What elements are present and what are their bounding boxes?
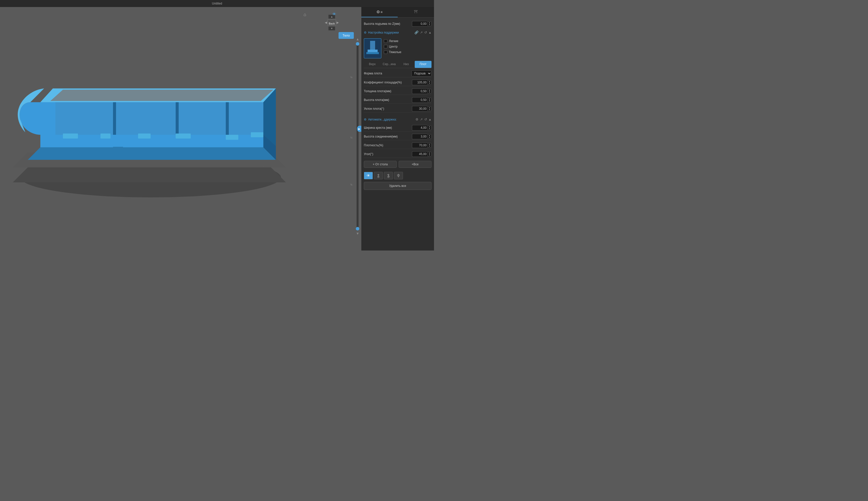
input-raft-slope[interactable] <box>412 106 427 111</box>
add-all-button[interactable]: +Все <box>399 161 432 168</box>
input-cross-width[interactable] <box>412 125 427 130</box>
auto-support-collapse-icon[interactable]: ▲ <box>428 118 432 121</box>
svg-rect-17 <box>176 134 191 139</box>
support-section-header[interactable]: ⚙ Настройка поддержки 🔗 ↗ ↺ ▲ <box>364 29 432 36</box>
prop-row-raft-slope: Уклон плота(°) ▲ ▼ <box>364 105 432 113</box>
svg-rect-11 <box>113 102 116 135</box>
support-link-icon[interactable]: 🔗 <box>414 31 419 34</box>
home-icon[interactable]: ⌂ <box>304 12 306 17</box>
nav-cube-left-arrow[interactable]: ◀ <box>325 21 327 24</box>
raft-slope-down[interactable]: ▼ <box>428 109 431 111</box>
z-height-row: Высота подъема по Z(мм) ▲ ▼ <box>364 20 432 28</box>
prop-input-area-coeff: ▲ ▼ <box>412 80 432 85</box>
checkbox-center-box[interactable] <box>384 45 388 49</box>
svg-rect-12 <box>176 102 179 135</box>
support-icon: ⚙ <box>364 31 367 34</box>
prop-select-raft-form[interactable]: Подошва <box>411 71 432 76</box>
icon-action-pin1[interactable] <box>374 172 383 179</box>
auto-support-label: Автомати...ддержка: <box>368 118 397 121</box>
svg-marker-7 <box>40 102 263 135</box>
density-down[interactable]: ▼ <box>428 145 431 147</box>
nav-cube-right-arrow[interactable]: ▶ <box>337 21 339 24</box>
input-raft-height[interactable] <box>412 97 427 103</box>
input-join-height[interactable] <box>412 134 427 139</box>
slider-label-half: ½ <box>350 136 352 139</box>
eye-icon[interactable]: 👁 <box>332 12 336 17</box>
slider-thumb-bottom[interactable] <box>356 227 359 231</box>
join-height-down[interactable]: ▼ <box>428 137 431 139</box>
window-title: Untitled <box>212 2 222 5</box>
auto-support-settings-icon[interactable]: ⚙ <box>415 117 419 121</box>
input-area-coeff[interactable] <box>412 80 427 85</box>
svg-rect-24 <box>366 52 379 54</box>
slider-thumb-top[interactable] <box>356 42 359 45</box>
prop-row-area-coeff: Коэффициент площади(%) ▲ ▼ <box>364 79 432 86</box>
input-angle[interactable] <box>412 151 427 157</box>
area-coeff-down[interactable]: ▼ <box>428 83 431 84</box>
checkbox-heavy-label: Тяжелые <box>389 50 401 54</box>
auto-support-external-icon[interactable]: ↗ <box>420 117 423 121</box>
prop-row-raft-thickness: Толщина плота(мм) ▲ ▼ <box>364 88 432 95</box>
sub-tab-top[interactable]: Верх <box>364 61 381 68</box>
icon-action-eye[interactable]: 👁 <box>364 172 373 179</box>
prop-label-raft-height: Высота плота(мм) <box>364 98 389 102</box>
svg-rect-13 <box>226 102 229 135</box>
icon-action-pin2[interactable] <box>384 172 393 179</box>
prop-label-area-coeff: Коэффициент площади(%) <box>364 81 402 84</box>
expand-panel-button[interactable]: ▶ <box>357 126 361 132</box>
support-refresh-icon[interactable]: ↺ <box>424 31 427 34</box>
z-height-input[interactable] <box>412 21 427 26</box>
support-section-header-left: ⚙ Настройка поддержки <box>364 31 399 34</box>
support-collapse-icon[interactable]: ▲ <box>428 31 432 34</box>
sub-tab-bottom[interactable]: Низ <box>398 61 415 68</box>
panel-tab-library[interactable]: ⛩ <box>398 7 434 17</box>
auto-support-header[interactable]: ⚙ Автомати...ддержка: ⚙ ↗ ↺ ▲ <box>364 116 432 123</box>
delete-all-button[interactable]: Удалить все <box>364 182 432 190</box>
panel-content: Высота подъема по Z(мм) ▲ ▼ ⚙ Настройка … <box>361 18 434 192</box>
svg-rect-14 <box>63 134 78 139</box>
checkbox-center: Центр <box>384 45 401 49</box>
svg-rect-16 <box>138 134 151 139</box>
input-density[interactable] <box>412 142 427 148</box>
telo-button[interactable]: Тело <box>339 32 354 39</box>
prop-input-raft-height: ▲ ▼ <box>412 97 432 103</box>
sub-tab-middle[interactable]: Сер...ина <box>381 61 398 68</box>
checkbox-light-box[interactable] <box>384 39 388 43</box>
cross-width-down[interactable]: ▼ <box>428 128 431 130</box>
prop-label-raft-thickness: Толщина плота(мм) <box>364 89 391 93</box>
raft-thickness-down[interactable]: ▼ <box>428 91 431 93</box>
raft-height-down[interactable]: ▼ <box>428 100 431 102</box>
title-bar: Untitled <box>0 0 434 7</box>
slider-down-arrow[interactable]: ▼ <box>356 232 359 235</box>
vertical-slider-container: ▲ ¼ ½ ¾ ▼ <box>356 37 359 235</box>
slider-track[interactable]: ¼ ½ ¾ <box>357 42 359 231</box>
nav-cube-bottom-arrow[interactable]: ▼ <box>328 26 335 31</box>
slider-label-quarter: ¼ <box>350 76 352 79</box>
support-sub-tabs: Верх Сер...ина Низ Плот <box>364 61 432 68</box>
nav-cube-back-label[interactable]: Back <box>329 22 335 25</box>
svg-rect-21 <box>113 147 123 150</box>
prop-label-join-height: Высота соединения(мм) <box>364 135 398 138</box>
prop-label-raft-form: Форма плота <box>364 72 382 75</box>
auto-support-refresh-icon[interactable]: ↺ <box>424 117 427 121</box>
slider-up-arrow[interactable]: ▲ <box>356 37 359 41</box>
z-height-input-group: ▲ ▼ <box>412 21 432 26</box>
panel-tab-settings[interactable]: ⚙ ≡ <box>361 7 398 17</box>
z-height-down-spinner[interactable]: ▼ <box>428 24 431 26</box>
prop-row-cross-width: Ширина креста (мм) ▲ ▼ <box>364 124 432 131</box>
support-external-icon[interactable]: ↗ <box>420 31 423 34</box>
prop-input-raft-thickness: ▲ ▼ <box>412 88 432 94</box>
input-raft-thickness[interactable] <box>412 88 427 94</box>
nav-cube-dot: · · · <box>330 20 333 22</box>
sub-tab-raft[interactable]: Плот <box>415 61 432 68</box>
checkbox-center-label: Центр <box>389 45 398 49</box>
from-table-button[interactable]: + От стола <box>364 161 397 168</box>
angle-down[interactable]: ▼ <box>428 154 431 156</box>
icon-action-pin3[interactable] <box>394 172 403 179</box>
panel-tabs: ⚙ ≡ ⛩ <box>361 7 434 18</box>
main-layout: ⌂ 👁 ▲ ◀ · · · Back ▶ ▼ Тело ▲ <box>0 7 434 250</box>
prop-label-cross-width: Ширина креста (мм) <box>364 126 392 129</box>
checkboxes-area: Легкие Центр Тяжелые <box>384 38 401 54</box>
checkbox-heavy-box[interactable] <box>384 50 388 54</box>
3d-scene <box>0 7 361 250</box>
